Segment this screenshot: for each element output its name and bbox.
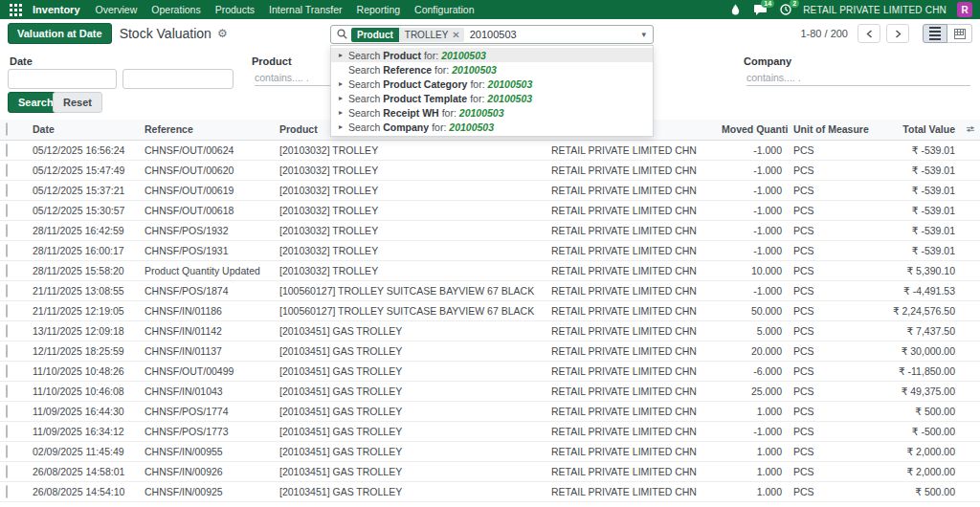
expand-caret-icon[interactable]: ▸ bbox=[339, 122, 348, 131]
activities-badge: 2 bbox=[790, 0, 799, 8]
suggestion-prefix: Search bbox=[348, 93, 380, 104]
nav-menu-item[interactable]: Operations bbox=[151, 4, 200, 15]
nav-menu-item[interactable]: Products bbox=[215, 4, 255, 15]
expand-caret-icon[interactable]: ▸ bbox=[339, 108, 348, 117]
user-avatar[interactable]: R bbox=[957, 2, 972, 17]
valuation-row[interactable]: 21/11/2025 12:19:05 CHNSF/IN/01186 [1005… bbox=[0, 300, 980, 320]
list-view-button[interactable] bbox=[923, 24, 947, 43]
filter-reset-button[interactable]: Reset bbox=[53, 92, 102, 113]
valuation-row[interactable]: 28/11/2025 16:00:17 CHNSF/POS/1931 [2010… bbox=[0, 240, 980, 260]
row-checkbox[interactable] bbox=[6, 385, 8, 398]
valuation-row[interactable]: 26/08/2025 14:58:01 CHNSF/IN/00926 [2010… bbox=[0, 461, 980, 481]
row-checkbox[interactable] bbox=[6, 364, 8, 378]
valuation-row[interactable]: 11/10/2025 10:48:26 CHNSF/OUT/00499 [201… bbox=[0, 361, 980, 381]
search-suggestion-item[interactable]: ▸ Search Company for: 20100503 bbox=[331, 120, 653, 134]
valuation-row[interactable]: 05/12/2025 15:30:57 CHNSF/OUT/00618 [201… bbox=[0, 200, 980, 220]
valuation-at-date-button[interactable]: Valuation at Date bbox=[8, 23, 112, 44]
header-date[interactable]: Date bbox=[27, 120, 139, 140]
company-filter-input[interactable] bbox=[746, 69, 970, 86]
row-checkbox[interactable] bbox=[6, 405, 8, 418]
pivot-view-button[interactable] bbox=[947, 24, 972, 43]
cell-company: RETAIL PRIVATE LIMITED CHN bbox=[546, 401, 716, 421]
search-suggestion-item[interactable]: ▸ Search Product Template for: 20100503 bbox=[331, 91, 653, 105]
valuation-row[interactable]: 28/11/2025 16:42:59 CHNSF/POS/1932 [2010… bbox=[0, 220, 980, 240]
valuation-row[interactable]: 02/09/2025 11:45:49 CHNSF/IN/00955 [2010… bbox=[0, 441, 980, 461]
row-checkbox[interactable] bbox=[6, 143, 8, 157]
optional-columns-icon[interactable] bbox=[967, 124, 974, 134]
gear-icon[interactable]: ⚙ bbox=[217, 27, 228, 40]
cell-moved-quantity: 1.000 bbox=[716, 481, 788, 501]
header-moved-quantity[interactable]: Moved Quantity bbox=[716, 120, 788, 140]
row-checkbox[interactable] bbox=[6, 204, 8, 217]
cell-unit-of-measure: PCS bbox=[788, 341, 877, 361]
expand-caret-icon[interactable]: ▸ bbox=[339, 79, 348, 88]
search-box[interactable]: Product TROLLEY ✕ ▾ bbox=[330, 25, 654, 44]
cell-reference: CHNSF/POS/1773 bbox=[139, 421, 274, 441]
search-input[interactable] bbox=[470, 29, 639, 40]
cell-reference: CHNSF/POS/1931 bbox=[139, 240, 274, 260]
row-checkbox[interactable] bbox=[6, 244, 8, 257]
cell-product: [20103451] GAS TROLLEY bbox=[274, 381, 546, 401]
cell-moved-quantity: 1.000 bbox=[716, 401, 788, 421]
search-suggestion-item[interactable]: ▸ Search Reference for: 20100503 bbox=[331, 62, 653, 77]
valuation-row[interactable]: 12/11/2025 18:25:59 CHNSF/IN/01137 [2010… bbox=[0, 341, 980, 361]
messages-icon[interactable]: 14 bbox=[753, 3, 768, 16]
row-checkbox[interactable] bbox=[6, 164, 8, 177]
header-reference[interactable]: Reference bbox=[139, 120, 274, 140]
valuation-row[interactable]: 11/09/2025 16:44:30 CHNSF/POS/1774 [2010… bbox=[0, 401, 980, 421]
app-name[interactable]: Inventory bbox=[33, 4, 80, 15]
droplet-icon[interactable] bbox=[728, 3, 743, 16]
cell-company: RETAIL PRIVATE LIMITED CHN bbox=[546, 341, 716, 361]
row-checkbox[interactable] bbox=[6, 485, 8, 498]
row-checkbox[interactable] bbox=[6, 224, 8, 237]
cell-total-value: ₹ 500.00 bbox=[877, 401, 961, 421]
pager-next-button[interactable] bbox=[886, 24, 909, 43]
search-facet: Product TROLLEY ✕ bbox=[351, 28, 464, 42]
expand-caret-icon[interactable]: ▸ bbox=[339, 51, 348, 59]
company-name[interactable]: RETAIL PRIVATE LIMITED CHN bbox=[803, 5, 947, 15]
cell-product: [20103032] TROLLEY bbox=[274, 180, 546, 200]
cell-product: [100560127] TROLLEY SUITCASE BAYVIEW 67 … bbox=[274, 280, 546, 300]
valuation-row[interactable]: 11/09/2025 16:34:12 CHNSF/POS/1773 [2010… bbox=[0, 421, 980, 441]
facet-remove-icon[interactable]: ✕ bbox=[452, 30, 459, 40]
nav-menu-item[interactable]: Reporting bbox=[357, 4, 401, 15]
activities-clock-icon[interactable]: 2 bbox=[778, 3, 792, 16]
date-from-input[interactable] bbox=[8, 69, 117, 89]
row-checkbox[interactable] bbox=[6, 264, 8, 277]
nav-menu-item[interactable]: Configuration bbox=[414, 4, 474, 15]
cell-product: [100560127] TROLLEY SUITCASE BAYVIEW 67 … bbox=[274, 300, 546, 320]
header-unit-of-measure[interactable]: Unit of Measure bbox=[788, 120, 877, 140]
row-checkbox[interactable] bbox=[6, 344, 8, 358]
row-checkbox[interactable] bbox=[6, 304, 8, 318]
expand-caret-icon[interactable]: ▸ bbox=[339, 94, 348, 102]
cell-total-value: ₹ -539.01 bbox=[877, 180, 961, 200]
cell-total-value: ₹ -539.01 bbox=[877, 240, 961, 260]
valuation-row[interactable]: 11/10/2025 10:46:08 CHNSF/IN/01043 [2010… bbox=[0, 381, 980, 401]
row-checkbox[interactable] bbox=[6, 465, 8, 478]
cell-date: 26/08/2025 14:58:01 bbox=[27, 461, 139, 481]
top-nav-bar: Inventory Overview Operations Products I… bbox=[0, 0, 980, 19]
valuation-row[interactable]: 05/12/2025 15:37:21 CHNSF/OUT/00619 [201… bbox=[0, 180, 980, 200]
search-suggestion-item[interactable]: ▸ Search Product for: 20100503 bbox=[331, 48, 653, 62]
row-checkbox[interactable] bbox=[6, 425, 8, 438]
valuation-row[interactable]: 26/08/2025 14:54:10 CHNSF/IN/00925 [2010… bbox=[0, 481, 980, 501]
row-checkbox[interactable] bbox=[6, 284, 8, 298]
valuation-row[interactable]: 28/11/2025 15:58:20 Product Quantity Upd… bbox=[0, 260, 980, 280]
valuation-row[interactable]: 21/11/2025 13:08:55 CHNSF/POS/1874 [1005… bbox=[0, 280, 980, 300]
valuation-row[interactable]: 05/12/2025 16:56:24 CHNSF/OUT/00624 [201… bbox=[0, 140, 980, 160]
row-checkbox[interactable] bbox=[6, 184, 8, 197]
valuation-row[interactable]: 13/11/2025 12:09:18 CHNSF/IN/01142 [2010… bbox=[0, 320, 980, 341]
nav-menu-item[interactable]: Internal Transfer bbox=[269, 4, 342, 15]
nav-menu-item[interactable]: Overview bbox=[96, 4, 138, 15]
search-dropdown-caret-icon[interactable]: ▾ bbox=[638, 30, 649, 39]
row-checkbox[interactable] bbox=[6, 445, 8, 458]
row-checkbox[interactable] bbox=[6, 324, 8, 338]
pager-previous-button[interactable] bbox=[858, 24, 880, 43]
search-suggestion-item[interactable]: ▸ Search Receipt WH for: 20100503 bbox=[331, 105, 653, 120]
date-to-input[interactable] bbox=[122, 69, 234, 89]
apps-grid-icon[interactable] bbox=[8, 3, 23, 16]
select-all-checkbox[interactable] bbox=[6, 122, 8, 136]
search-suggestion-item[interactable]: ▸ Search Product Category for: 20100503 bbox=[331, 77, 653, 91]
valuation-row[interactable]: 05/12/2025 15:47:49 CHNSF/OUT/00620 [201… bbox=[0, 160, 980, 180]
header-total-value[interactable]: Total Value bbox=[877, 120, 961, 140]
